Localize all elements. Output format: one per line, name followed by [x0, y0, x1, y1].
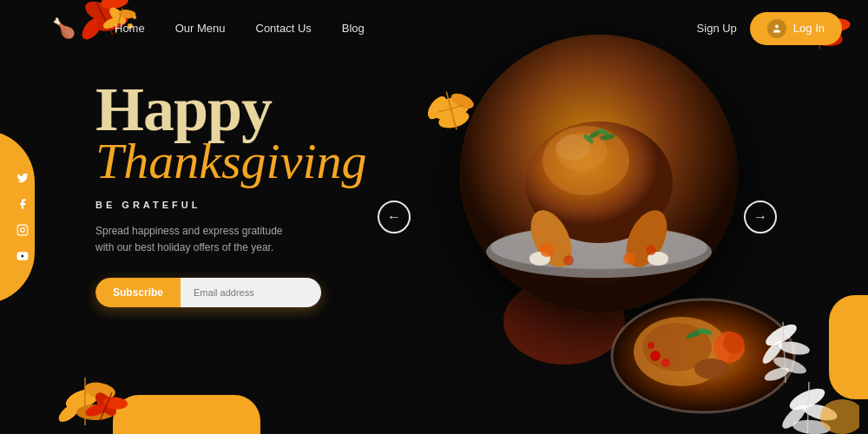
instagram-icon[interactable] [14, 221, 31, 239]
svg-point-71 [723, 332, 744, 353]
svg-point-62 [540, 243, 554, 257]
page-wrapper: 🍗 Home Our Menu Contact Us Blog Sign Up … [0, 0, 868, 434]
svg-point-63 [563, 255, 574, 266]
prev-arrow-button[interactable]: ← [378, 201, 411, 233]
nav-menu[interactable]: Our Menu [175, 22, 226, 35]
login-label: Log In [793, 22, 825, 35]
nav-links: Home Our Menu Contact Us Blog [115, 22, 697, 35]
hero-title-line2: Thanksgiving [95, 136, 425, 187]
login-button[interactable]: Log In [750, 12, 842, 45]
svg-point-73 [650, 351, 661, 361]
twitter-icon[interactable] [14, 169, 31, 187]
email-input[interactable] [181, 278, 321, 307]
nav-home[interactable]: Home [115, 22, 145, 35]
svg-point-2 [25, 227, 26, 227]
svg-point-72 [694, 358, 729, 379]
svg-point-34 [83, 380, 117, 401]
signup-link[interactable]: Sign Up [697, 22, 737, 35]
orange-blob-right [829, 295, 868, 399]
white-leaves [746, 309, 816, 399]
navbar: 🍗 Home Our Menu Contact Us Blog Sign Up … [0, 0, 868, 56]
hero-title-line1: Happy [95, 78, 425, 141]
svg-point-43 [802, 401, 839, 424]
subscribe-button[interactable]: Subscribe [95, 278, 181, 307]
nav-blog[interactable]: Blog [342, 22, 365, 35]
svg-point-64 [623, 253, 635, 265]
arrow-left-icon: ← [387, 209, 401, 225]
user-icon [767, 19, 786, 38]
svg-point-33 [63, 385, 102, 413]
hero-subtitle: BE GRATEFUL [95, 200, 425, 210]
facebook-icon[interactable] [14, 195, 31, 213]
hero-content: Happy Thanksgiving BE GRATEFUL Spread ha… [95, 78, 425, 307]
next-arrow-button[interactable]: → [744, 201, 777, 233]
svg-point-4 [775, 24, 779, 28]
nav-contact[interactable]: Contact Us [256, 22, 312, 35]
nav-right: Sign Up Log In [697, 12, 842, 45]
arrow-right-icon: → [753, 209, 767, 225]
svg-point-75 [648, 342, 654, 349]
svg-line-41 [100, 392, 112, 422]
svg-point-45 [792, 418, 831, 434]
svg-point-65 [646, 245, 656, 255]
logo-icon: 🍗 [52, 17, 76, 40]
orange-blob-bottom [113, 395, 260, 434]
svg-point-35 [56, 399, 83, 425]
center-autumn-leaf [425, 87, 477, 138]
svg-point-74 [661, 358, 670, 367]
svg-point-66 [556, 135, 590, 161]
social-bar [0, 152, 45, 282]
subscribe-form: Subscribe [95, 278, 321, 307]
hero-description: Spread happiness and express gratitude w… [95, 223, 304, 256]
svg-point-47 [820, 399, 859, 434]
youtube-icon[interactable] [14, 247, 31, 265]
logo: 🍗 [52, 17, 80, 40]
svg-point-1 [21, 228, 25, 233]
svg-point-40 [84, 401, 109, 418]
svg-rect-0 [17, 225, 28, 235]
food-image [443, 35, 755, 347]
svg-point-36 [76, 404, 115, 420]
